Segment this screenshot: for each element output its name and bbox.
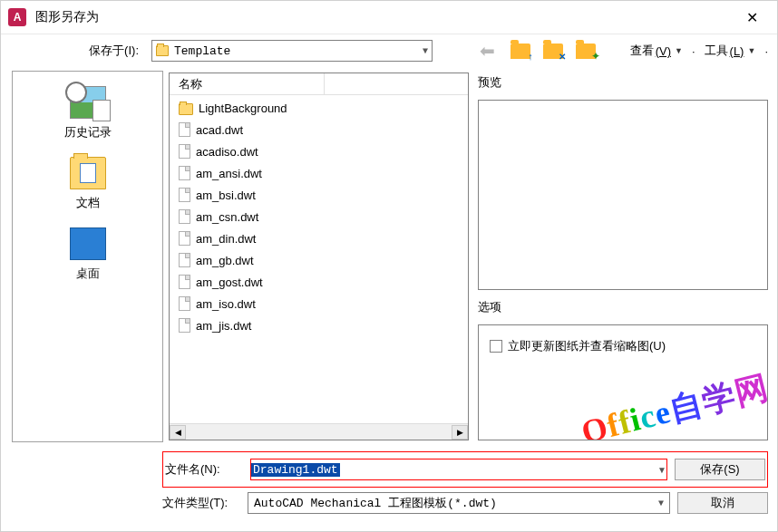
- file-icon: [179, 144, 190, 159]
- up-folder-button[interactable]: [509, 39, 532, 63]
- file-name: am_iso.dwt: [196, 297, 256, 311]
- file-name: LightBackground: [199, 102, 287, 115]
- chevron-down-icon: ▼: [675, 46, 683, 55]
- file-row[interactable]: am_gb.dwt: [170, 249, 468, 271]
- file-row[interactable]: acadiso.dwt: [170, 140, 468, 162]
- file-row[interactable]: am_bsi.dwt: [170, 184, 468, 206]
- file-icon: [179, 188, 190, 202]
- folder-icon: [179, 103, 193, 115]
- file-row[interactable]: am_din.dwt: [170, 227, 468, 249]
- file-name: am_din.dwt: [196, 232, 256, 246]
- checkbox-label: 立即更新图纸并查看缩略图(U): [508, 338, 666, 354]
- file-name: am_ansi.dwt: [196, 167, 262, 180]
- scroll-track[interactable]: [186, 425, 452, 440]
- file-name: am_csn.dwt: [196, 210, 258, 224]
- scroll-right-button[interactable]: ▶: [452, 425, 468, 440]
- desktop-icon: [70, 227, 106, 260]
- sidebar-item-desktop[interactable]: 桌面: [13, 222, 162, 291]
- options-label: 选项: [478, 297, 768, 317]
- documents-icon: [70, 157, 106, 189]
- folder-new-icon: [576, 44, 596, 59]
- file-icon: [179, 231, 190, 246]
- save-button[interactable]: 保存(S): [675, 459, 765, 480]
- view-menu[interactable]: 查看(V) ▼: [627, 39, 686, 63]
- chevron-down-icon: ▼: [658, 498, 664, 508]
- update-thumbnail-option: 立即更新图纸并查看缩略图(U): [490, 338, 756, 354]
- chevron-down-icon: ▼: [657, 465, 666, 475]
- file-row[interactable]: acad.dwt: [170, 119, 468, 140]
- file-icon: [179, 122, 190, 137]
- filetype-dropdown[interactable]: AutoCAD Mechanical 工程图模板(*.dwt) ▼: [248, 492, 670, 514]
- file-name: am_jis.dwt: [196, 319, 251, 333]
- filetype-value: AutoCAD Mechanical 工程图模板(*.dwt): [254, 495, 497, 511]
- places-sidebar: 历史记录 文档 桌面: [12, 71, 163, 442]
- file-row[interactable]: am_csn.dwt: [170, 206, 468, 227]
- watermark: Office自学网: [577, 365, 768, 440]
- body: 历史记录 文档 桌面 名称 LightBackgroundacad.dwtaca…: [1, 67, 777, 446]
- save-in-label: 保存于(I):: [1, 43, 146, 59]
- filename-value: Drawing1.dwt: [251, 463, 340, 477]
- sidebar-item-label: 桌面: [76, 266, 100, 282]
- preview-box: [478, 100, 768, 290]
- cancel-button[interactable]: 取消: [677, 492, 768, 514]
- file-row[interactable]: am_ansi.dwt: [170, 162, 468, 184]
- location-value: Template: [174, 44, 230, 58]
- file-name: acad.dwt: [196, 123, 243, 137]
- file-icon: [179, 253, 190, 267]
- titlebar: A 图形另存为 ✕: [1, 1, 777, 34]
- preview-label: 预览: [478, 73, 768, 92]
- options-box: 立即更新图纸并查看缩略图(U) Office自学网: [478, 324, 768, 440]
- sidebar-item-history[interactable]: 历史记录: [13, 81, 162, 150]
- tools-menu[interactable]: 工具(L) ▼: [701, 39, 760, 63]
- right-column: 预览 选项 立即更新图纸并查看缩略图(U) Office自学网: [478, 73, 768, 440]
- filename-input[interactable]: Drawing1.dwt ▼: [250, 459, 667, 480]
- filename-label: 文件名(N):: [165, 461, 243, 478]
- file-icon: [179, 166, 190, 180]
- column-resize-handle[interactable]: [324, 73, 325, 94]
- new-folder-button[interactable]: [574, 39, 598, 63]
- file-name: acadiso.dwt: [196, 145, 258, 159]
- folder-delete-icon: [543, 44, 563, 59]
- save-as-dialog: A 图形另存为 ✕ 保存于(I): Template ▼ ⬅ 查看(V) ▼ ·…: [0, 0, 778, 532]
- location-dropdown[interactable]: Template ▼: [151, 40, 433, 62]
- file-row[interactable]: LightBackground: [170, 97, 468, 119]
- column-header-name[interactable]: 名称: [170, 73, 468, 95]
- file-row[interactable]: am_jis.dwt: [170, 314, 468, 336]
- dialog-title: 图形另存为: [35, 9, 734, 25]
- filetype-label: 文件类型(T):: [162, 495, 240, 511]
- sidebar-item-label: 历史记录: [64, 124, 112, 140]
- file-icon: [179, 275, 190, 289]
- app-icon: A: [8, 8, 26, 26]
- file-name: am_gb.dwt: [196, 254, 254, 267]
- chevron-down-icon: ▼: [747, 46, 755, 55]
- folder-up-icon: [511, 44, 530, 59]
- file-column: 名称 LightBackgroundacad.dwtacadiso.dwtam_…: [169, 73, 469, 440]
- close-button[interactable]: ✕: [734, 4, 770, 31]
- sidebar-item-label: 文档: [76, 195, 100, 211]
- file-name: am_gost.dwt: [196, 276, 263, 289]
- folder-icon: [156, 45, 169, 56]
- nav-buttons: ⬅: [476, 39, 598, 63]
- toolbar: 保存于(I): Template ▼ ⬅ 查看(V) ▼ · 工具(L) ▼ ·: [1, 34, 777, 67]
- sidebar-item-documents[interactable]: 文档: [13, 151, 162, 220]
- file-row[interactable]: am_gost.dwt: [170, 271, 468, 293]
- arrow-left-icon: ⬅: [480, 40, 495, 62]
- horizontal-scrollbar[interactable]: ◀ ▶: [170, 423, 468, 440]
- update-thumbnail-checkbox[interactable]: [490, 340, 502, 353]
- file-icon: [179, 296, 190, 311]
- file-list: 名称 LightBackgroundacad.dwtacadiso.dwtam_…: [169, 73, 469, 440]
- filename-row: 文件名(N): Drawing1.dwt ▼ 保存(S): [165, 454, 765, 485]
- chevron-down-icon: ▼: [423, 46, 428, 56]
- filetype-row: 文件类型(T): AutoCAD Mechanical 工程图模板(*.dwt)…: [162, 488, 768, 518]
- file-items: LightBackgroundacad.dwtacadiso.dwtam_ans…: [170, 95, 468, 423]
- history-icon: [70, 86, 106, 119]
- back-button[interactable]: ⬅: [476, 39, 500, 63]
- bottom-form: 文件名(N): Drawing1.dwt ▼ 保存(S) 文件类型(T): Au…: [1, 446, 777, 531]
- file-icon: [179, 318, 190, 333]
- file-row[interactable]: am_iso.dwt: [170, 293, 468, 314]
- main-area: 名称 LightBackgroundacad.dwtacadiso.dwtam_…: [163, 67, 777, 446]
- file-name: am_bsi.dwt: [196, 189, 256, 202]
- scroll-left-button[interactable]: ◀: [170, 425, 186, 440]
- file-icon: [179, 209, 190, 224]
- delete-button[interactable]: [541, 39, 565, 63]
